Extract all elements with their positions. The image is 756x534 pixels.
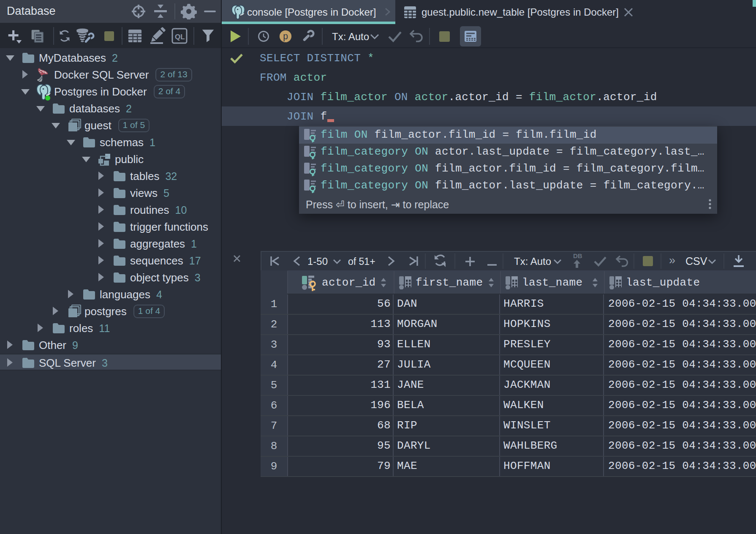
svg-text:p: p: [283, 32, 288, 42]
svg-text:DB: DB: [573, 253, 582, 259]
